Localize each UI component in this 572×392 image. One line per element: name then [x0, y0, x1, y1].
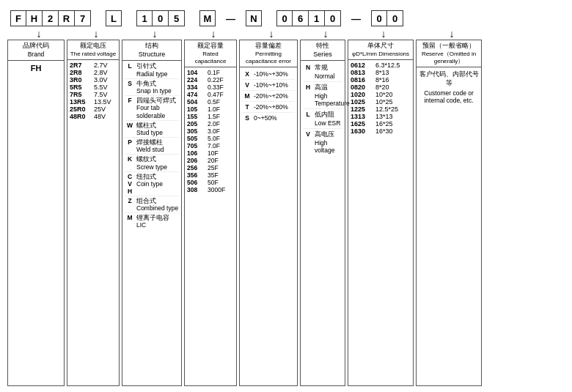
code-box-7: 7	[75, 10, 91, 26]
code-box-N: N	[246, 10, 262, 26]
reserve-section: 预留（一般省略） Reserve（Omitted in generally） 客…	[416, 40, 482, 386]
brand-section-title: 品牌代码 Brand	[8, 40, 64, 61]
dimensions-section-title: 单体尺寸 φD*L/mm Dimensions	[348, 40, 413, 60]
brand-value: FH	[8, 61, 64, 75]
voltage-section: 额定电压 The rated voltage 2R72.7V 2R82.8V 3…	[67, 40, 120, 386]
structure-items: L引针式Radial type S牛角式Snap In type F四端头可焊式…	[122, 61, 181, 230]
series-section-title: 特性 Series	[301, 40, 345, 61]
reserve-content: 客户代码、内部代号等 Customer code or internal cod…	[417, 67, 481, 107]
capdev-section-title: 容量偏差 Permitting capacitance error	[240, 40, 297, 67]
capdev-section: 容量偏差 Permitting capacitance error X-10%~…	[239, 40, 298, 386]
main-container: F H 2 R 7 L 1 0 5 M — N 0 6 1 0 — 0 0 ↓	[0, 0, 572, 392]
dimensions-table: 06126.3*12.5 08138*13 08168*16 08208*20 …	[348, 60, 413, 136]
code-box-d0: 0	[276, 10, 293, 26]
code-box-R: R	[59, 10, 75, 26]
series-section: 特性 Series N常规Normal H高温High Temperature …	[300, 40, 345, 386]
code-box-1: 1	[136, 10, 153, 26]
code-box-2: 2	[43, 10, 59, 26]
code-box-d0b: 0	[325, 10, 341, 26]
capdev-table: X-10%~+30% V-10%~+10% M-20%~+20% T-20%~+…	[240, 67, 297, 125]
voltage-section-title: 额定电压 The rated voltage	[67, 40, 119, 60]
dimensions-section: 单体尺寸 φD*L/mm Dimensions 06126.3*12.5 081…	[348, 40, 414, 386]
code-box-r0a: 0	[371, 10, 387, 26]
reserve-section-title: 预留（一般省略） Reserve（Omitted in generally）	[417, 40, 481, 67]
brand-section: 品牌代码 Brand FH	[7, 40, 65, 386]
code-sep-dash1: —	[226, 10, 235, 26]
structure-section-title: 结构 Structure	[122, 40, 181, 61]
capacitance-table: 1040.1F 2240.22F 3340.33F 4740.47F 5040.…	[185, 67, 236, 195]
capacitance-section: 额定容量 Rated capacitance 1040.1F 2240.22F …	[184, 40, 237, 386]
capacitance-section-title: 额定容量 Rated capacitance	[185, 40, 236, 67]
code-box-5: 5	[169, 10, 185, 26]
code-box-0: 0	[153, 10, 169, 26]
code-box-L: L	[106, 10, 122, 26]
code-sep-dash2: —	[351, 10, 361, 26]
code-box-d6: 6	[293, 10, 309, 26]
code-box-M: M	[199, 10, 216, 26]
voltage-table: 2R72.7V 2R82.8V 3R03.0V 5R55.5V 7R57.5V …	[67, 60, 119, 122]
code-box-r0b: 0	[387, 10, 403, 26]
code-box-d1: 1	[309, 10, 325, 26]
structure-section: 结构 Structure L引针式Radial type S牛角式Snap In…	[122, 40, 182, 386]
series-items: N常规Normal H高温High Temperature L低内阻Low ES…	[301, 61, 345, 157]
code-box-F: F	[10, 10, 26, 26]
code-box-H: H	[26, 10, 43, 26]
